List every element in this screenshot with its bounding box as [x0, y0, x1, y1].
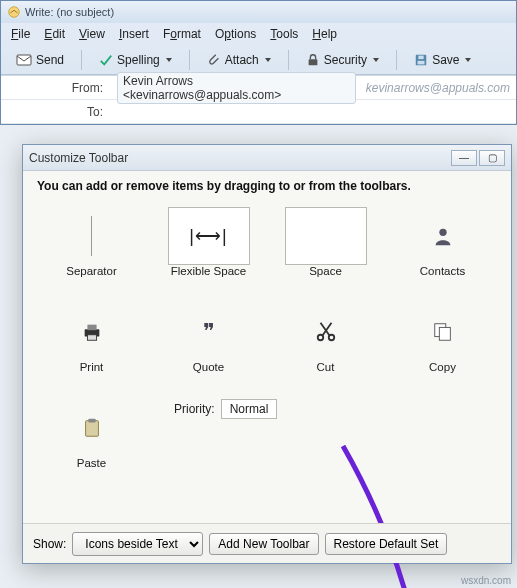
- svg-point-6: [439, 229, 446, 236]
- svg-rect-15: [88, 419, 95, 423]
- to-input[interactable]: [117, 104, 510, 120]
- maximize-button[interactable]: ▢: [479, 150, 505, 166]
- item-label: Space: [309, 265, 342, 277]
- send-icon: [16, 52, 32, 68]
- security-button[interactable]: Security: [299, 50, 386, 70]
- flexspace-icon: |⟷|: [189, 225, 227, 247]
- add-toolbar-button[interactable]: Add New Toolbar: [209, 533, 318, 555]
- priority-select[interactable]: Normal: [221, 399, 278, 419]
- titlebar: Write: (no subject): [1, 1, 516, 23]
- svg-rect-13: [439, 327, 450, 340]
- dialog-title: Customize Toolbar: [29, 151, 128, 165]
- main-toolbar: Send Spelling Attach Security Save: [1, 45, 516, 75]
- chevron-down-icon[interactable]: [373, 58, 379, 62]
- space-icon: [285, 207, 367, 265]
- svg-rect-4: [419, 55, 424, 59]
- item-label: Flexible Space: [171, 265, 246, 277]
- item-copy[interactable]: Copy: [388, 303, 497, 373]
- svg-rect-9: [87, 335, 96, 341]
- item-quote[interactable]: ❞ Quote: [154, 303, 263, 373]
- item-label: Contacts: [420, 265, 465, 277]
- contacts-icon: [432, 225, 454, 247]
- window-title: Write: (no subject): [25, 6, 114, 18]
- item-label: Cut: [317, 361, 335, 373]
- item-cut[interactable]: Cut: [271, 303, 380, 373]
- to-row: To:: [1, 100, 516, 124]
- security-label: Security: [324, 53, 367, 67]
- svg-rect-2: [308, 59, 317, 65]
- save-label: Save: [432, 53, 459, 67]
- to-label[interactable]: To:: [1, 105, 111, 119]
- send-button[interactable]: Send: [9, 49, 71, 71]
- item-label: Paste: [77, 457, 106, 469]
- copy-icon: [432, 321, 454, 343]
- check-icon: [99, 53, 113, 67]
- item-priority[interactable]: Priority: Normal: [154, 399, 380, 469]
- chevron-down-icon[interactable]: [166, 58, 172, 62]
- dialog-bottombar: Show: Icons beside Text Add New Toolbar …: [23, 523, 511, 563]
- item-label: Copy: [429, 361, 456, 373]
- from-row: From: Kevin Arrows <kevinarrows@appuals.…: [1, 76, 516, 100]
- from-hint: kevinarrows@appuals.com: [366, 81, 510, 95]
- restore-default-button[interactable]: Restore Default Set: [325, 533, 448, 555]
- spelling-button[interactable]: Spelling: [92, 50, 179, 70]
- attach-button[interactable]: Attach: [200, 50, 278, 70]
- show-label: Show:: [33, 537, 66, 551]
- menu-insert[interactable]: Insert: [119, 27, 149, 41]
- print-icon: [81, 321, 103, 343]
- toolbar-separator: [189, 50, 190, 70]
- paperclip-icon: [207, 53, 221, 67]
- menu-tools[interactable]: Tools: [270, 27, 298, 41]
- lock-icon: [306, 53, 320, 67]
- compose-icon: [7, 5, 21, 19]
- menu-options[interactable]: Options: [215, 27, 256, 41]
- attach-label: Attach: [225, 53, 259, 67]
- svg-rect-5: [418, 60, 425, 64]
- send-label: Send: [36, 53, 64, 67]
- compose-window: Write: (no subject) File Edit View Inser…: [0, 0, 517, 125]
- priority-label: Priority:: [174, 402, 215, 416]
- chevron-down-icon[interactable]: [265, 58, 271, 62]
- from-value[interactable]: Kevin Arrows <kevinarrows@appuals.com>: [117, 72, 356, 104]
- show-mode-select[interactable]: Icons beside Text: [72, 532, 203, 556]
- cut-icon: [315, 321, 337, 343]
- spelling-label: Spelling: [117, 53, 160, 67]
- from-label: From:: [1, 81, 111, 95]
- toolbar-separator: [396, 50, 397, 70]
- chevron-down-icon[interactable]: [465, 58, 471, 62]
- separator-icon: [91, 216, 92, 256]
- svg-rect-14: [85, 421, 98, 437]
- customize-toolbar-dialog: Customize Toolbar — ▢ You can add or rem…: [22, 144, 512, 564]
- save-icon: [414, 53, 428, 67]
- dialog-instructions: You can add or remove items by dragging …: [37, 179, 497, 193]
- toolbar-separator: [81, 50, 82, 70]
- item-print[interactable]: Print: [37, 303, 146, 373]
- minimize-button[interactable]: —: [451, 150, 477, 166]
- svg-point-0: [9, 7, 20, 18]
- menu-help[interactable]: Help: [312, 27, 337, 41]
- dialog-titlebar: Customize Toolbar — ▢: [23, 145, 511, 171]
- menu-format[interactable]: Format: [163, 27, 201, 41]
- watermark: wsxdn.com: [461, 575, 511, 586]
- toolbar-separator: [288, 50, 289, 70]
- item-space[interactable]: Space: [271, 207, 380, 277]
- paste-icon: [81, 417, 103, 439]
- item-paste[interactable]: Paste: [37, 399, 146, 469]
- header-fields: From: Kevin Arrows <kevinarrows@appuals.…: [1, 75, 516, 124]
- save-button[interactable]: Save: [407, 50, 478, 70]
- toolbar-items-grid: Separator |⟷| Flexible Space Space Conta…: [37, 207, 497, 469]
- menu-file[interactable]: File: [11, 27, 30, 41]
- quote-icon: ❞: [203, 319, 215, 345]
- menubar[interactable]: File Edit View Insert Format Options Too…: [1, 23, 516, 45]
- item-label: Separator: [66, 265, 117, 277]
- svg-rect-1: [17, 55, 31, 65]
- menu-view[interactable]: View: [79, 27, 105, 41]
- item-flexible-space[interactable]: |⟷| Flexible Space: [154, 207, 263, 277]
- menu-edit[interactable]: Edit: [44, 27, 65, 41]
- item-label: Print: [80, 361, 104, 373]
- item-separator[interactable]: Separator: [37, 207, 146, 277]
- item-label: Quote: [193, 361, 224, 373]
- item-contacts[interactable]: Contacts: [388, 207, 497, 277]
- svg-rect-8: [87, 325, 96, 331]
